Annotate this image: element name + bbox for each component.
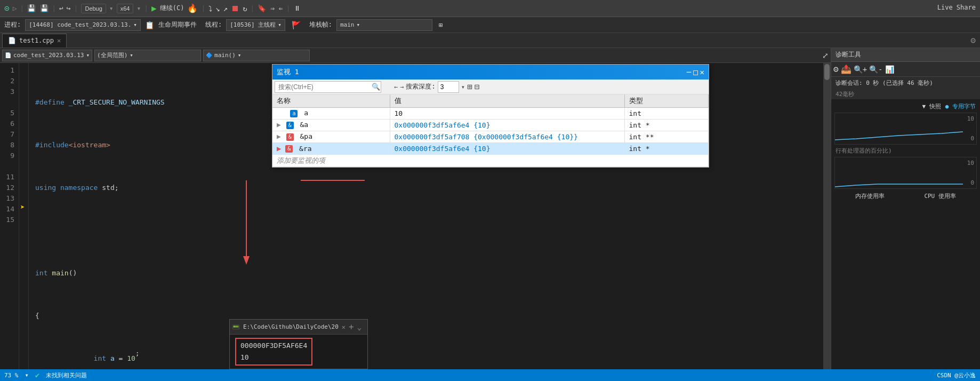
diag-settings-icon[interactable]: ⚙ (833, 64, 839, 74)
watch-expand-btn[interactable]: ⊟ (475, 82, 480, 92)
editor-scrollbar[interactable] (823, 63, 831, 381)
thread-selector[interactable]: [10536] 主线程 ▾ (226, 19, 285, 31)
watch-add-row[interactable]: 添加要监视的项 (272, 154, 709, 166)
diag-toolbar: ⚙ 📤 🔍+ 🔍- 📊 (831, 62, 980, 77)
process-selector[interactable]: [14468] code_test_2023.03.13. ▾ (25, 19, 141, 31)
console-tab-path[interactable]: E:\Code\Github\DailyCode\20 (243, 323, 339, 330)
diag-chart-icon[interactable]: 📊 (885, 65, 894, 74)
zoom-dropdown-icon[interactable]: ▾ (25, 371, 29, 379)
step-over-icon[interactable]: ⤵ (208, 4, 212, 13)
watch-col-value: 值 (390, 94, 624, 107)
tab-close-btn[interactable]: ✕ (57, 37, 61, 44)
watch-row-a[interactable]: a a 10 int (272, 107, 709, 119)
settings-icon[interactable]: ⚙ (970, 35, 976, 45)
dedicated-label[interactable]: ● 专用字节 (945, 102, 976, 110)
cpu-chart: 10 0 (834, 157, 977, 189)
expand-icon-amppa[interactable]: ▶ (277, 132, 281, 140)
console-line2: 10 (240, 352, 307, 363)
watch-row-amppa[interactable]: ▶ & &pa 0x000000f3df5af708 {0x000000f3df… (272, 131, 709, 142)
main-layout: 📄 code_test_2023.03.13 ▾ (全局范围) ▾ 🔷 main… (0, 48, 980, 381)
hot-reload-icon[interactable]: 🔥 (187, 3, 198, 13)
code-line-3: using namespace std; (35, 182, 824, 193)
stack-selector[interactable]: main ▾ (336, 19, 432, 31)
step-out-icon[interactable]: ↗ (223, 4, 228, 13)
chart-value-bottom: 0 (970, 135, 974, 142)
scroll-thumb[interactable] (824, 64, 830, 80)
restart-btn[interactable]: ↻ (243, 4, 247, 13)
breakpoint-column: ➤ (19, 63, 29, 381)
var-type-ampra: int * (624, 142, 709, 154)
debug-dropdown-icon[interactable]: ▾ (109, 4, 114, 12)
watch-nav-back[interactable]: ← (394, 83, 398, 91)
live-share-label: Live Share (937, 4, 976, 11)
zoom-level[interactable]: 73 % (4, 372, 19, 379)
var-name-ampra: &ra (299, 145, 311, 153)
diag-zoom-out-icon[interactable]: 🔍- (869, 65, 882, 74)
continue-btn[interactable]: ▶ (151, 3, 157, 13)
add-watch-label: 添加要监视的项 (277, 156, 325, 164)
watch-nav-fwd[interactable]: → (400, 83, 404, 91)
code-editor: 📄 code_test_2023.03.13 ▾ (全局范围) ▾ 🔷 main… (0, 48, 831, 381)
redo-icon[interactable]: ↪ (67, 4, 71, 12)
editor-toolbar: 📄 code_test_2023.03.13 ▾ (全局范围) ▾ 🔷 main… (0, 48, 831, 63)
toolbar-sep5: | (201, 4, 205, 12)
stop-btn[interactable]: ⏹ (231, 3, 239, 13)
func-selector[interactable]: 🔷 main() ▾ (203, 50, 310, 61)
code-line-6: { (35, 311, 824, 321)
cpu-value: 10 (967, 160, 974, 166)
watch-search-input[interactable] (275, 81, 381, 93)
console-more-btn[interactable]: ⌄ (357, 323, 362, 331)
file-icon: 📄 (8, 37, 16, 44)
process-dropdown-icon[interactable]: ▾ (133, 21, 137, 28)
console-tab-close-btn[interactable]: ✕ (342, 323, 346, 331)
bookmark-icons[interactable]: 🔖 ⇒ ⇐ (258, 4, 283, 12)
tab-test1cpp[interactable]: 📄 test1.cpp ✕ (2, 34, 67, 47)
scope-dropdown-icon[interactable]: ▾ (130, 52, 133, 59)
lifecycle-label: 生命周期事件 (158, 20, 197, 29)
thread-dropdown-icon[interactable]: ▾ (278, 21, 282, 28)
watch-row-ampra[interactable]: ▶ & &ra 0x000000f3df5af6e4 {10} int * (272, 142, 709, 154)
pause-icon[interactable]: ⏸ (294, 4, 301, 12)
expand-collapse-icon[interactable]: ⤢ (822, 51, 829, 60)
continue-label: 继续(C) (160, 4, 184, 13)
file-selector[interactable]: 📄 code_test_2023.03.13 ▾ (2, 50, 92, 61)
step-into-icon[interactable]: ↘ (215, 4, 220, 13)
var-value-ampra: 0x000000f3df5af6e4 {10} (390, 142, 624, 154)
stack-dropdown-icon[interactable]: ▾ (357, 21, 360, 28)
watch-depth-dropdown[interactable]: ▾ (461, 83, 465, 91)
platform-dropdown-icon[interactable]: ▾ (136, 4, 141, 12)
cpu-value-low: 0 (970, 179, 974, 186)
expand-icon-a[interactable] (277, 109, 285, 117)
diag-export-icon[interactable]: 📤 (841, 64, 852, 74)
watch-close-btn[interactable]: ✕ (700, 68, 704, 76)
console-content: 000000F3DF5AF6E4 10 (230, 335, 367, 369)
snapshot-label[interactable]: ▼ 快照 (922, 102, 941, 110)
scope-selector[interactable]: (全局范围) ▾ (94, 50, 201, 61)
platform-btn[interactable]: x64 (117, 4, 134, 13)
console-add-tab-btn[interactable]: + (349, 322, 354, 332)
back-icon[interactable]: ⊙ (4, 3, 10, 13)
file-dropdown-icon[interactable]: ▾ (86, 52, 90, 59)
diag-zoom-in-icon[interactable]: 🔍+ (854, 65, 867, 74)
var-name-amppa: &pa (300, 132, 312, 140)
diag-session-label: 诊断会话: 0 秒 (已选择 46 毫秒) (831, 77, 980, 89)
func-icon: 🔷 (206, 52, 212, 58)
watch-restore-btn[interactable]: □ (693, 68, 697, 76)
watch-row-ampa[interactable]: ▶ & &a 0x000000f3df5af6e4 {10} int * (272, 119, 709, 131)
red-arrow-down-console (189, 170, 262, 290)
var-value-ampa: 0x000000f3df5af6e4 {10} (390, 119, 624, 131)
watch-minimize-btn[interactable]: ─ (687, 68, 691, 76)
expand-icon-ampa[interactable]: ▶ (277, 121, 281, 129)
forward-icon[interactable]: ▷ (13, 4, 17, 12)
process-bar: 进程: [14468] code_test_2023.03.13. ▾ 📋 生命… (0, 17, 980, 33)
watch-title-bar: 监视 1 ─ □ ✕ (272, 65, 709, 80)
debug-config-btn[interactable]: Debug (81, 4, 106, 13)
func-dropdown-icon[interactable]: ▾ (238, 52, 242, 59)
undo-icon[interactable]: ↩ (59, 4, 63, 12)
status-bar: 73 % ▾ ✔ 未找到相关问题 CSDN @云小逸 (0, 369, 980, 381)
expand-icon[interactable]: ⊞ (439, 21, 443, 29)
watch-options-btn[interactable]: ⊞ (467, 82, 472, 92)
watch-depth-input[interactable]: 3 (438, 81, 459, 93)
save-icons[interactable]: 💾 💾 (27, 4, 49, 12)
console-tab-bar: 📟 E:\Code\Github\DailyCode\20 ✕ + ⌄ (230, 320, 367, 335)
